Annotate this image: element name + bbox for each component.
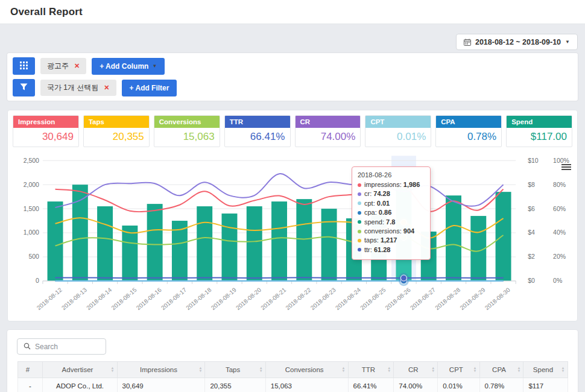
svg-text:0: 0 <box>36 277 39 284</box>
svg-text:$2: $2 <box>528 253 535 260</box>
cell-impressions: 30,649 <box>117 378 205 392</box>
bar-2018-08-30[interactable] <box>496 192 511 281</box>
table-card: #Advertiser▲▼Impressions▲▼Taps▲▼Conversi… <box>7 330 578 392</box>
x-label: 2018-08-18 <box>185 286 212 311</box>
sort-icon[interactable]: ▲▼ <box>561 367 565 373</box>
table-row[interactable]: -ADOP Co., Ltd.30,64920,35515,06366.41%7… <box>17 378 568 392</box>
search-input[interactable] <box>35 343 100 351</box>
kpi-label: CPT <box>365 116 431 128</box>
x-label: 2018-08-20 <box>235 286 262 311</box>
kpi-card-taps: Taps20,355 <box>83 115 150 147</box>
series-dot-icon <box>358 201 361 205</box>
filters-row: 국가 1개 선택됨 ✕ + Add Filter <box>13 79 572 96</box>
column-header-advertiser[interactable]: Advertiser▲▼ <box>43 362 117 378</box>
add-filter-label: + Add Filter <box>130 84 169 92</box>
sort-icon[interactable]: ▲▼ <box>259 367 263 373</box>
add-column-label: + Add Column <box>100 62 148 71</box>
sort-icon[interactable]: ▲▼ <box>473 367 477 373</box>
bar-2018-08-14[interactable] <box>97 206 113 281</box>
kpi-value: 74.00% <box>296 128 361 147</box>
column-header-num[interactable]: # <box>17 362 43 378</box>
remove-column-tag-icon[interactable]: ✕ <box>74 63 80 69</box>
column-header-ttr[interactable]: TTR▲▼ <box>348 362 394 378</box>
x-label: 2018-08-29 <box>458 286 486 311</box>
bar-2018-08-22[interactable] <box>296 199 312 281</box>
kpi-label: Spend <box>507 116 572 128</box>
add-filter-button[interactable]: + Add Filter <box>122 80 177 96</box>
x-label: 2018-08-27 <box>409 286 437 311</box>
column-header-impressions[interactable]: Impressions▲▼ <box>117 362 205 378</box>
sort-icon[interactable]: ▲▼ <box>342 367 346 373</box>
add-column-button[interactable]: + Add Column ▼ <box>92 58 165 75</box>
svg-text:500: 500 <box>28 253 39 260</box>
filter-funnel-button[interactable] <box>13 79 35 96</box>
kpi-card-conversions: Conversions15,063 <box>154 115 220 147</box>
kpi-card-cpa: CPA0.78% <box>435 115 502 147</box>
series-dot-icon <box>358 183 361 187</box>
search-box <box>17 338 106 355</box>
sort-icon[interactable]: ▲▼ <box>431 367 435 373</box>
columns-grid-button[interactable] <box>13 57 35 75</box>
filter-tag-label: 국가 1개 선택됨 <box>47 83 98 93</box>
bar-2018-08-21[interactable] <box>271 201 287 281</box>
column-header-cr[interactable]: CR▲▼ <box>394 362 438 378</box>
kpi-card-spend: Spend$117.00 <box>506 115 572 147</box>
page-title: Overall Report <box>10 6 83 18</box>
sort-icon[interactable]: ▲▼ <box>111 367 115 373</box>
bar-2018-08-12[interactable] <box>48 201 63 281</box>
bar-2018-08-13[interactable] <box>72 185 88 281</box>
bar-2018-08-20[interactable] <box>247 206 262 281</box>
x-label: 2018-08-25 <box>359 286 387 311</box>
series-dot-icon <box>358 230 361 233</box>
column-header-cpt[interactable]: CPT▲▼ <box>438 362 479 378</box>
dot-ttr[interactable] <box>400 275 406 281</box>
cell-cr: 74.00% <box>394 378 438 392</box>
chart-tooltip: 2018-08-26 impressions: 1,986cr: 74.28cp… <box>352 166 431 260</box>
bar-2018-08-16[interactable] <box>147 204 163 281</box>
svg-text:60%: 60% <box>553 206 566 212</box>
tooltip-item-impressions: impressions: 1,986 <box>358 180 425 189</box>
chart-area: 05001,0001,5002,0002,500$0$2$4$6$8$100%2… <box>13 153 572 316</box>
chart-menu-icon[interactable] <box>561 163 571 171</box>
bar-2018-08-18[interactable] <box>197 206 212 281</box>
remove-filter-tag-icon[interactable]: ✕ <box>104 84 109 91</box>
cell-taps: 20,355 <box>205 378 265 392</box>
svg-text:$10: $10 <box>528 157 539 164</box>
date-range-button[interactable]: 2018-08-12 ~ 2018-09-10 ▼ <box>456 34 578 50</box>
bar-2018-08-28[interactable] <box>446 195 461 281</box>
kpi-label: TTR <box>225 116 290 128</box>
table-body: -ADOP Co., Ltd.30,64920,35515,06366.41%7… <box>17 378 568 392</box>
svg-text:2,500: 2,500 <box>24 157 39 164</box>
column-header-spend[interactable]: Spend▲▼ <box>523 362 568 378</box>
bar-2018-08-15[interactable] <box>122 226 138 281</box>
sort-icon[interactable]: ▲▼ <box>387 367 391 373</box>
kpi-value: 0.78% <box>436 128 501 147</box>
kpi-label: Conversions <box>154 116 220 128</box>
x-label: 2018-08-21 <box>259 286 287 311</box>
series-dot-icon <box>358 192 361 196</box>
column-header-cpa[interactable]: CPA▲▼ <box>479 362 523 378</box>
cell-advertiser: ADOP Co., Ltd. <box>43 378 117 392</box>
sort-icon[interactable]: ▲▼ <box>199 367 203 373</box>
svg-text:2,000: 2,000 <box>24 182 39 188</box>
chevron-down-icon: ▼ <box>152 63 157 69</box>
kpi-card-cpt: CPT0.01% <box>365 115 431 147</box>
title-bar: Overall Report <box>0 0 585 24</box>
cell-num: - <box>17 378 43 392</box>
svg-text:$4: $4 <box>528 229 535 236</box>
combo-chart[interactable]: 05001,0001,5002,0002,500$0$2$4$6$8$100%2… <box>13 153 572 316</box>
svg-text:80%: 80% <box>553 182 566 188</box>
bar-2018-08-23[interactable] <box>321 209 337 281</box>
kpi-card-ttr: TTR66.41% <box>224 115 291 147</box>
table-header-row: #Advertiser▲▼Impressions▲▼Taps▲▼Conversi… <box>17 362 568 378</box>
svg-text:1,000: 1,000 <box>24 229 39 236</box>
x-label: 2018-08-16 <box>135 286 163 311</box>
tooltip-items: impressions: 1,986cr: 74.28cpt: 0.01cpa:… <box>358 180 425 254</box>
column-header-conversions[interactable]: Conversions▲▼ <box>265 362 348 378</box>
sort-icon[interactable]: ▲▼ <box>517 367 521 373</box>
kpi-row: Impression30,649Taps20,355Conversions15,… <box>13 115 572 147</box>
cell-conversions: 15,063 <box>265 378 348 392</box>
bar-2018-08-19[interactable] <box>222 213 238 281</box>
column-header-taps[interactable]: Taps▲▼ <box>205 362 265 378</box>
tooltip-item-spend: spend: 7.8 <box>358 218 425 227</box>
